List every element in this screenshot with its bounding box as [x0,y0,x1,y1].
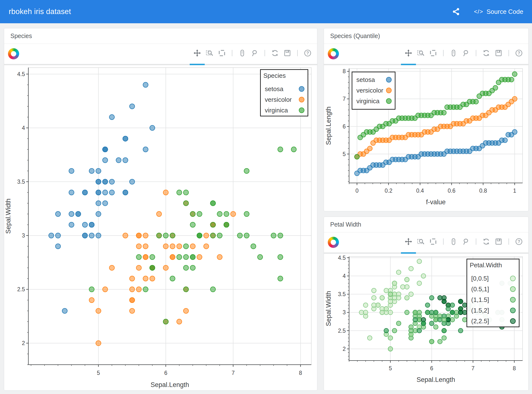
bokeh-logo-icon[interactable] [328,237,339,248]
svg-text:0.6: 0.6 [448,188,455,194]
data-point [130,308,135,313]
reset-icon[interactable] [482,48,491,58]
data-point [96,212,101,217]
data-point [251,244,256,249]
data-point [89,168,94,173]
data-point [368,336,372,340]
box-zoom-icon[interactable] [416,48,425,58]
legend-label: versicolor [265,96,292,103]
toolbar-separator [509,50,509,56]
data-point [163,319,168,324]
reset-icon[interactable] [482,237,491,246]
box-select-icon[interactable] [429,48,438,58]
data-point [150,254,155,260]
toolbar-separator [476,50,476,56]
pan-icon[interactable] [404,48,413,58]
save-icon[interactable] [494,237,503,246]
legend: Petal.Width[0,0.5](0.5,1](1,1.5](1.5,2](… [467,259,519,327]
data-point [109,179,114,184]
data-point [197,254,202,260]
help-icon[interactable]: ? [514,237,524,246]
help-icon[interactable]: ? [303,48,312,58]
svg-text:0.4: 0.4 [416,188,424,194]
lasso-select-icon[interactable] [461,237,470,246]
data-point [392,296,397,300]
data-point [509,77,514,82]
svg-text:3.5: 3.5 [17,179,25,185]
wheel-zoom-icon[interactable] [238,48,247,58]
data-point [388,336,393,340]
data-point [143,233,148,238]
lasso-select-icon[interactable] [461,48,470,58]
data-point [177,244,182,249]
legend-swatch [510,308,516,313]
svg-text:4: 4 [343,273,346,279]
petal-width-plot[interactable]: 567822.533.544.5Sepal.LengthSepal.WidthP… [324,254,528,391]
legend-label: setosa [356,76,375,83]
data-point [197,212,202,217]
x-axis-title: Sepal.Length [416,376,455,383]
save-icon[interactable] [494,48,503,58]
data-point [109,265,114,270]
data-point [442,328,446,333]
svg-text:0.8: 0.8 [479,188,487,194]
help-icon[interactable]: ? [514,48,524,58]
wheel-zoom-icon[interactable] [449,48,458,58]
data-point [462,317,467,322]
data-point [55,233,61,238]
bokeh-logo-icon[interactable] [8,48,19,59]
species-scatter-plot[interactable]: 567822.533.544.5Sepal.LengthSepal.WidthS… [4,65,318,391]
data-point [69,168,74,173]
data-point [512,96,517,101]
pan-icon[interactable] [404,237,413,246]
data-point [405,296,409,300]
data-point [388,292,393,297]
box-select-icon[interactable] [429,237,438,246]
data-point [446,307,451,311]
share-icon[interactable] [452,7,462,16]
data-point [417,281,422,285]
data-point [211,287,216,292]
source-code-link[interactable]: </> Source Code [474,8,523,16]
active-tool-underline [401,64,416,65]
toolbar-underline-bar [324,252,528,254]
data-point [96,233,101,238]
bokeh-logo-icon[interactable] [328,48,339,59]
toolbar-underline-bar [324,64,528,65]
data-point [217,254,222,260]
svg-text:8: 8 [513,365,516,371]
quantile-plot[interactable]: 00.20.40.60.815678f-valueSepal.Lengthset… [324,65,528,212]
data-point [136,287,141,292]
legend-label: versicolor [356,87,383,94]
data-point [130,298,135,303]
svg-text:7: 7 [471,365,475,371]
data-point [150,265,155,270]
data-point [190,212,195,217]
box-select-icon[interactable] [217,48,227,58]
data-point [291,147,296,152]
data-point [355,154,360,159]
wheel-zoom-icon[interactable] [449,237,458,246]
lasso-select-icon[interactable] [250,48,259,58]
data-point [103,179,108,184]
data-point [442,317,446,322]
data-point [177,190,182,195]
save-icon[interactable] [283,48,292,58]
data-point [204,244,209,249]
box-zoom-icon[interactable] [416,237,425,246]
panel-species-title: Species [4,28,317,44]
data-point [190,222,195,227]
pan-icon[interactable] [193,48,202,58]
data-point [438,296,442,300]
svg-text:8: 8 [343,68,346,74]
code-icon: </> [474,8,483,15]
bokeh-toolbar: ? [4,44,317,65]
data-point [69,222,74,227]
data-point [237,233,243,238]
data-point [271,233,276,238]
box-zoom-icon[interactable] [205,48,214,58]
data-point [123,158,128,163]
reset-icon[interactable] [270,48,280,58]
data-point [89,233,94,238]
data-point [224,212,229,217]
